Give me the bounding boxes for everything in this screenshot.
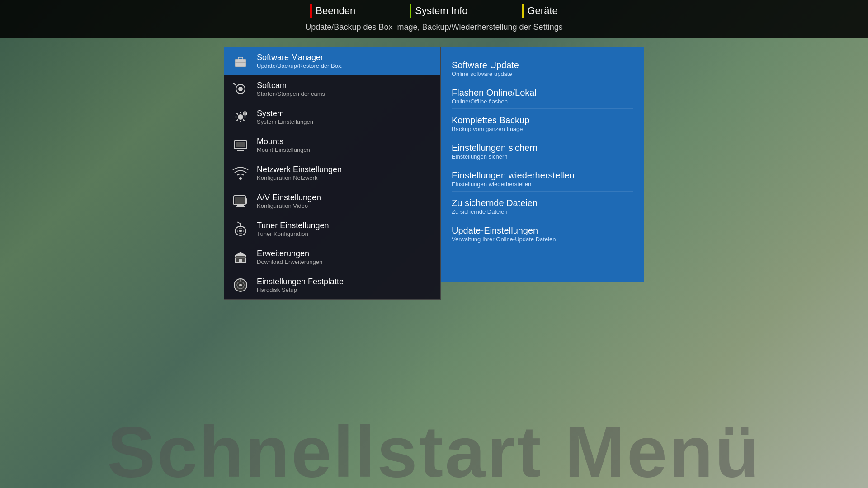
settings-restore-title: Einstellungen wiederherstellen bbox=[452, 170, 633, 181]
system-icon: ⚙ bbox=[231, 108, 250, 126]
geraete-indicator bbox=[522, 4, 524, 18]
software-update-title: Software Update bbox=[452, 60, 633, 70]
av-title: A/V Einstellungen bbox=[257, 193, 321, 202]
software-manager-title: Software Manager bbox=[257, 53, 343, 62]
svg-rect-0 bbox=[235, 59, 246, 67]
right-item-software-update[interactable]: Software Update Online software update bbox=[452, 56, 633, 81]
svg-line-15 bbox=[237, 119, 238, 121]
update-settings-subtitle: Verwaltung Ihrer Online-Update Dateien bbox=[452, 236, 633, 243]
tuner-text: Tuner Einstellungen Tuner Konfiguration bbox=[257, 221, 329, 237]
network-subtitle: Konfiguration Netzwerk bbox=[257, 174, 342, 181]
mounts-subtitle: Mount Einstellungen bbox=[257, 146, 310, 153]
softcam-text: Softcam Starten/Stoppen der cams bbox=[257, 81, 325, 97]
flash-online-subtitle: Online/Offline flashen bbox=[452, 98, 633, 105]
topbar-nav: Beenden System Info Geräte bbox=[310, 4, 558, 18]
extensions-text: Erweiterungen Download Erweiterungen bbox=[257, 249, 322, 265]
network-text: Netzwerk Einstellungen Konfiguration Net… bbox=[257, 165, 342, 181]
topbar: Beenden System Info Geräte Update/Backup… bbox=[0, 0, 868, 38]
menu-item-software-manager[interactable]: Software Manager Update/Backup/Restore d… bbox=[224, 47, 440, 75]
topbar-subtitle: Update/Backup des Box Image, Backup/Wied… bbox=[305, 21, 562, 36]
menu-item-mounts[interactable]: Mounts Mount Einstellungen bbox=[224, 131, 440, 159]
topbar-geraete[interactable]: Geräte bbox=[522, 4, 557, 18]
svg-point-22 bbox=[239, 177, 242, 180]
menu-item-softcam[interactable]: Softcam Starten/Stoppen der cams bbox=[224, 75, 440, 103]
mounts-text: Mounts Mount Einstellungen bbox=[257, 137, 310, 153]
geraete-label: Geräte bbox=[527, 5, 557, 17]
systeminfo-indicator bbox=[410, 4, 411, 18]
backup-title: Komplettes Backup bbox=[452, 115, 633, 126]
right-item-settings-save[interactable]: Einstellungen sichern Einstellungen sich… bbox=[452, 138, 633, 164]
backup-files-title: Zu sichernde Dateien bbox=[452, 198, 633, 208]
beenden-indicator bbox=[310, 4, 312, 18]
tuner-subtitle: Tuner Konfiguration bbox=[257, 230, 329, 237]
svg-rect-24 bbox=[235, 197, 245, 204]
svg-line-13 bbox=[243, 119, 245, 121]
svg-rect-36 bbox=[239, 259, 242, 262]
svg-point-4 bbox=[238, 87, 243, 91]
svg-rect-21 bbox=[237, 150, 244, 151]
tuner-title: Tuner Einstellungen bbox=[257, 221, 329, 230]
main-content: Software Manager Update/Backup/Restore d… bbox=[0, 38, 868, 300]
right-item-update-settings[interactable]: Update-Einstellungen Verwaltung Ihrer On… bbox=[452, 221, 633, 246]
svg-line-12 bbox=[237, 113, 238, 114]
av-text: A/V Einstellungen Konfiguration Video bbox=[257, 193, 321, 209]
right-item-backup[interactable]: Komplettes Backup Backup vom ganzen Imag… bbox=[452, 111, 633, 136]
svg-rect-2 bbox=[235, 62, 246, 63]
topbar-systeminfo[interactable]: System Info bbox=[410, 4, 467, 18]
hdd-text: Einstellungen Festplatte Harddisk Setup bbox=[257, 277, 344, 293]
mounts-icon bbox=[231, 136, 250, 154]
menu-item-hdd[interactable]: Einstellungen Festplatte Harddisk Setup bbox=[224, 271, 440, 299]
topbar-beenden[interactable]: Beenden bbox=[310, 4, 355, 18]
briefcase-icon bbox=[231, 52, 250, 70]
settings-save-subtitle: Einstellungen sichern bbox=[452, 153, 633, 160]
left-panel: Software Manager Update/Backup/Restore d… bbox=[224, 47, 441, 300]
beenden-label: Beenden bbox=[316, 5, 355, 17]
svg-point-39 bbox=[239, 284, 242, 286]
softcam-subtitle: Starten/Stoppen der cams bbox=[257, 90, 325, 97]
menu-item-extensions[interactable]: Erweiterungen Download Erweiterungen bbox=[224, 243, 440, 271]
right-item-settings-restore[interactable]: Einstellungen wiederherstellen Einstellu… bbox=[452, 166, 633, 192]
settings-save-title: Einstellungen sichern bbox=[452, 143, 633, 153]
menu-item-av[interactable]: A/V Einstellungen Konfiguration Video bbox=[224, 187, 440, 215]
settings-restore-subtitle: Einstellungen wiederherstellen bbox=[452, 181, 633, 188]
softcam-title: Softcam bbox=[257, 81, 325, 90]
svg-point-40 bbox=[240, 279, 241, 281]
right-item-backup-files[interactable]: Zu sichernde Dateien Zu sichernde Dateie… bbox=[452, 193, 633, 219]
softcam-icon bbox=[231, 80, 250, 98]
svg-text:⚙: ⚙ bbox=[244, 113, 247, 116]
network-icon bbox=[231, 164, 250, 182]
update-settings-title: Update-Einstellungen bbox=[452, 225, 633, 236]
extensions-subtitle: Download Erweiterungen bbox=[257, 258, 322, 265]
software-manager-subtitle: Update/Backup/Restore der Box. bbox=[257, 62, 343, 69]
av-icon bbox=[231, 192, 250, 210]
svg-marker-35 bbox=[236, 252, 245, 255]
svg-rect-25 bbox=[245, 198, 247, 204]
systeminfo-label: System Info bbox=[415, 5, 467, 17]
svg-line-30 bbox=[237, 222, 241, 224]
svg-point-6 bbox=[233, 83, 235, 84]
system-subtitle: System Einstellungen bbox=[257, 118, 313, 125]
mounts-title: Mounts bbox=[257, 137, 310, 146]
system-text: System System Einstellungen bbox=[257, 109, 313, 125]
right-panel: Software Update Online software update F… bbox=[441, 47, 644, 282]
svg-rect-26 bbox=[237, 205, 244, 206]
menu-item-tuner[interactable]: Tuner Einstellungen Tuner Konfiguration bbox=[224, 215, 440, 243]
svg-rect-19 bbox=[236, 142, 245, 147]
av-subtitle: Konfiguration Video bbox=[257, 202, 321, 209]
hdd-title: Einstellungen Festplatte bbox=[257, 277, 344, 286]
svg-point-31 bbox=[239, 230, 242, 232]
network-title: Netzwerk Einstellungen bbox=[257, 165, 342, 174]
menu-item-system[interactable]: ⚙ System System Einstellungen bbox=[224, 103, 440, 131]
tuner-icon bbox=[231, 220, 250, 238]
software-update-subtitle: Online software update bbox=[452, 70, 633, 77]
menu-item-network[interactable]: Netzwerk Einstellungen Konfiguration Net… bbox=[224, 159, 440, 187]
svg-rect-1 bbox=[238, 57, 243, 60]
extensions-title: Erweiterungen bbox=[257, 249, 322, 258]
right-item-flash-online[interactable]: Flashen Online/Lokal Online/Offline flas… bbox=[452, 83, 633, 109]
svg-point-7 bbox=[238, 114, 243, 120]
backup-files-subtitle: Zu sichernde Dateien bbox=[452, 208, 633, 215]
system-title: System bbox=[257, 109, 313, 118]
flash-online-title: Flashen Online/Lokal bbox=[452, 88, 633, 98]
extensions-icon bbox=[231, 248, 250, 266]
backup-subtitle: Backup vom ganzen Image bbox=[452, 126, 633, 132]
